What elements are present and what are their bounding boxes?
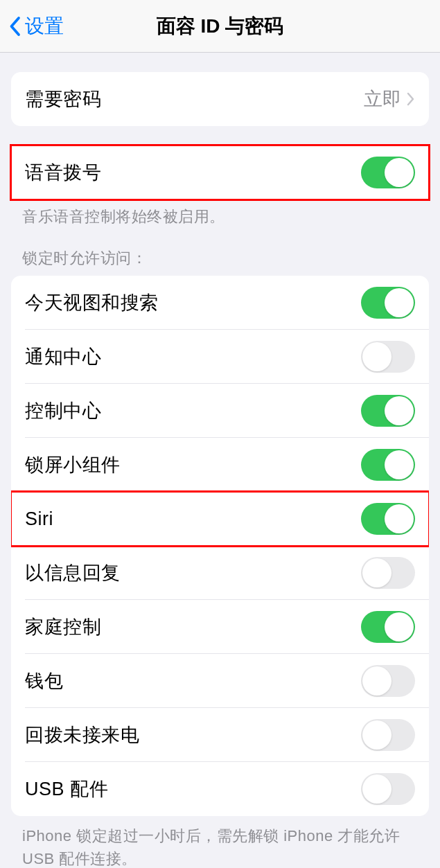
lock-access-toggle[interactable] [361,341,415,373]
lock-access-item: Siri [11,492,429,546]
lock-access-item-label: 锁屏小组件 [25,452,121,477]
lock-access-item-label: USB 配件 [25,777,108,801]
toggle-knob [362,558,391,587]
lock-access-item-label: 控制中心 [25,398,101,423]
toggle-knob [385,504,414,533]
lock-access-item: 钱包 [11,654,429,708]
lock-access-item: 锁屏小组件 [11,438,429,492]
voice-dial-group: 语音拨号 [11,145,429,200]
lock-access-item-label: 以信息回复 [25,560,121,585]
voice-dial-label: 语音拨号 [25,160,101,185]
lock-access-item: 今天视图和搜索 [11,276,429,330]
voice-dial-toggle[interactable] [361,157,415,188]
toggle-knob [385,396,414,425]
lock-access-toggle[interactable] [361,611,415,643]
lock-access-toggle[interactable] [361,773,415,805]
toggle-knob [362,720,391,750]
lock-access-toggle[interactable] [361,395,415,427]
toggle-knob [362,342,391,371]
lock-access-footer: iPhone 锁定超过一小时后，需先解锁 iPhone 才能允许USB 配件连接… [0,816,440,868]
lock-access-item: 家庭控制 [11,600,429,654]
lock-access-item-label: 今天视图和搜索 [25,290,159,315]
cell-right-accessory: 立即 [364,87,415,112]
lock-access-item-label: 通知中心 [25,344,101,369]
chevron-right-icon [407,92,415,106]
navigation-header: 设置 面容 ID 与密码 [0,0,440,53]
require-passcode-cell[interactable]: 需要密码 立即 [11,72,429,126]
settings-content: 需要密码 立即 语音拨号 音乐语音控制将始终被启用。 锁定时允许访问： 今天视图… [0,72,440,868]
page-title: 面容 ID 与密码 [0,13,440,39]
lock-access-toggle[interactable] [361,449,415,481]
chevron-left-icon [8,16,21,37]
lock-access-item: USB 配件 [11,762,429,816]
voice-dial-footer: 音乐语音控制将始终被启用。 [0,200,440,227]
lock-access-group: 今天视图和搜索通知中心控制中心锁屏小组件Siri以信息回复家庭控制钱包回拨未接来… [11,276,429,816]
lock-access-toggle[interactable] [361,503,415,535]
lock-access-item: 回拨未接来电 [11,708,429,762]
lock-access-toggle[interactable] [361,557,415,589]
toggle-knob [362,774,391,804]
lock-access-item-label: 回拨未接来电 [25,723,139,747]
lock-access-item-label: Siri [25,508,53,530]
lock-access-toggle[interactable] [361,719,415,751]
toggle-knob [385,450,414,479]
lock-access-item-label: 家庭控制 [25,614,101,639]
lock-access-toggle[interactable] [361,287,415,319]
require-passcode-value: 立即 [364,87,401,112]
back-button[interactable]: 设置 [0,13,64,39]
voice-dial-cell: 语音拨号 [11,145,429,200]
lock-access-item-label: 钱包 [25,668,63,693]
toggle-knob [385,288,414,317]
lock-access-toggle[interactable] [361,665,415,697]
toggle-knob [362,666,391,696]
lock-access-item: 通知中心 [11,330,429,384]
require-passcode-label: 需要密码 [25,87,101,112]
lock-access-item: 控制中心 [11,384,429,438]
toggle-knob [385,612,414,641]
lock-access-header: 锁定时允许访问： [0,227,440,276]
lock-access-item: 以信息回复 [11,546,429,600]
toggle-knob [385,158,414,187]
back-label: 设置 [25,13,64,39]
passcode-group: 需要密码 立即 [11,72,429,126]
